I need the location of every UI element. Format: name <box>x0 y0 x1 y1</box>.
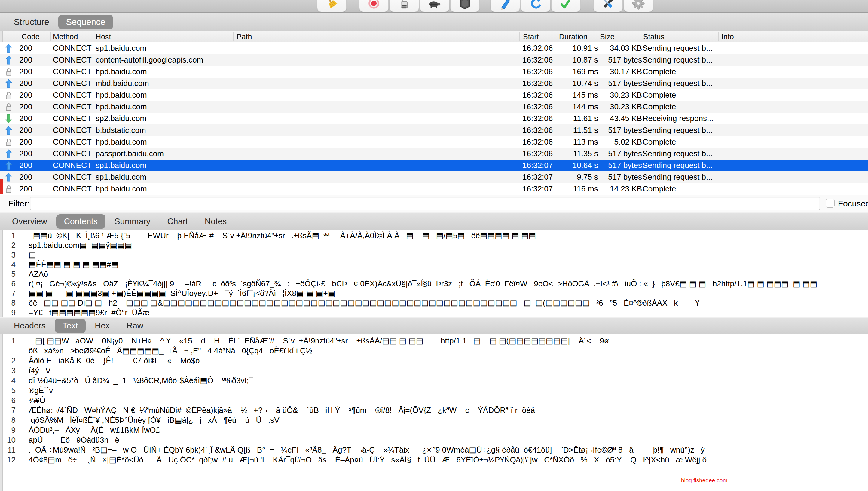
cell-size: 30.17 KB <box>583 66 642 78</box>
tab-summary[interactable]: Summary <box>107 214 158 229</box>
broom-icon <box>325 0 339 10</box>
code-line: 2Âðlò E ìàKå K 0é }Ê! €7 ðï¢l « Mö$ó <box>0 356 868 366</box>
focused-checkbox[interactable] <box>826 199 835 208</box>
table-row[interactable]: 200CONNECThpd.baidu.com16:32:06145 ms30.… <box>0 89 868 101</box>
cell-host: content-autofill.googleapis.com <box>95 54 203 66</box>
column-header-code[interactable]: Code <box>22 32 40 41</box>
gear-icon <box>632 0 645 10</box>
line-text: ▤▤ü ©K[ K Ì¸ß6 ¹ Æ5 {`5 EWUr þ EÑåÆ¨# S´… <box>29 231 536 240</box>
secure-lock-icon <box>5 138 13 147</box>
column-header-host[interactable]: Host <box>95 32 111 41</box>
cell-status: Complete <box>643 66 676 78</box>
compose-button[interactable] <box>491 0 520 12</box>
tab-sequence[interactable]: Sequence <box>58 15 113 29</box>
window-left-edge <box>0 31 3 42</box>
code-line: 7ÆÉhø:¬/4`ÑÐ W¤hÝAÇ N € ¼ªmúNûÐi# ©ÈPêa)… <box>0 405 868 415</box>
cell-code: 200 <box>19 66 32 78</box>
validate-button[interactable] <box>551 0 581 12</box>
cell-start: 16:32:06 <box>522 113 553 124</box>
table-row[interactable]: 200CONNECTsp2.baidu.com16:32:0611.61 s43… <box>0 113 868 124</box>
code-line: 3í4ý V <box>0 366 868 376</box>
table-row[interactable]: 200CONNECThpd.baidu.com16:32:06144 ms30.… <box>0 101 868 113</box>
line-text: qðSÂ%M ÍëÎ¤ßË¨¥ ;NÈ5Þ°Ûnèy [Ò¥ íB▤á|¿ j … <box>29 415 280 425</box>
turtle-icon <box>428 0 441 10</box>
secure-lock-icon <box>5 91 13 100</box>
tab-overview[interactable]: Overview <box>4 214 55 229</box>
throttle-button[interactable] <box>420 0 449 12</box>
clear-session-button[interactable] <box>317 0 347 12</box>
table-row[interactable]: 200CONNECTmbd.baidu.com16:32:0610.74 s51… <box>0 78 868 89</box>
sending-arrow-icon <box>5 56 13 65</box>
table-row[interactable]: 200CONNECThpd.baidu.com16:32:07116 ms14.… <box>0 183 868 195</box>
receiving-arrow-icon <box>5 114 13 123</box>
filter-input[interactable] <box>30 197 820 210</box>
tab-raw[interactable]: Raw <box>119 319 151 333</box>
sending-arrow-icon <box>5 149 13 158</box>
table-row[interactable]: 200CONNECTsp1.baidu.com16:32:0610.91 s34… <box>0 42 868 54</box>
tab-hex[interactable]: Hex <box>87 319 117 333</box>
column-separator <box>233 32 234 41</box>
line-text: ▤ <box>29 250 36 259</box>
cell-host: passport.baidu.com <box>95 148 164 160</box>
tab-structure[interactable]: Structure <box>6 15 57 29</box>
cell-method: CONNECT <box>53 89 92 101</box>
window-left-edge <box>0 230 3 317</box>
settings-button[interactable] <box>624 0 653 12</box>
tab-notes[interactable]: Notes <box>197 214 234 229</box>
code-line: 5AZAô <box>0 269 868 279</box>
line-text: ÆÉhø:¬/4`ÑÐ W¤hÝAÇ N € ¼ªmúNûÐi# ©ÈPêa)k… <box>29 406 535 415</box>
tab-contents[interactable]: Contents <box>56 214 106 229</box>
column-header-path[interactable]: Path <box>236 32 252 41</box>
record-button[interactable] <box>359 0 388 12</box>
column-header-method[interactable]: Method <box>53 32 78 41</box>
column-separator <box>718 32 719 41</box>
column-header-start[interactable]: Start <box>523 32 539 41</box>
cell-code: 200 <box>19 136 32 148</box>
column-separator <box>93 32 93 41</box>
column-header-duration[interactable]: Duration <box>559 32 587 41</box>
tab-headers[interactable]: Headers <box>6 319 54 333</box>
window-left-edge <box>0 334 3 491</box>
table-row[interactable]: 200CONNECTsp1.baidu.com16:32:0710.64 s51… <box>0 160 868 171</box>
table-row[interactable]: 200CONNECThpd.baidu.com16:32:06169 ms30.… <box>0 66 868 78</box>
cell-method: CONNECT <box>53 101 92 113</box>
filter-bar: Filter: Focused <box>0 195 868 212</box>
code-line: 8êê ▤▤ ▤▤ Di▤ ▤ h2 ▤▤▤ ▤&▤▤▤▤▤▤▤▤▤▤▤▤▤▤▤… <box>0 298 868 308</box>
table-row[interactable]: 200CONNECTsp1.baidu.com16:32:079.75 s517… <box>0 171 868 183</box>
sending-arrow-icon <box>5 126 13 135</box>
line-text: =Y€ f▤▤▤▤▤▤9£r #Ô°r ÜÃæ <box>29 308 150 317</box>
table-row[interactable]: 200CONNECThpd.baidu.com16:32:06113 ms5.0… <box>0 136 868 148</box>
column-header-size[interactable]: Size <box>600 32 615 41</box>
repeat-button[interactable] <box>521 0 550 12</box>
paint-button[interactable] <box>389 0 419 12</box>
tab-text[interactable]: Text <box>55 319 86 333</box>
tools-button[interactable] <box>593 0 623 12</box>
line-text: ®gÈ¨´v <box>29 386 53 395</box>
cell-host: hpd.baidu.com <box>95 183 147 195</box>
toolbar <box>0 0 868 12</box>
secure-lock-icon <box>5 184 13 194</box>
sequence-table: 200CONNECTsp1.baidu.com16:32:0610.91 s34… <box>0 42 868 195</box>
cell-code: 200 <box>19 171 32 183</box>
cell-method: CONNECT <box>53 148 92 160</box>
tab-chart[interactable]: Chart <box>160 214 196 229</box>
table-row[interactable]: 200CONNECTb.bdstatic.com16:32:0611.51 s5… <box>0 124 868 136</box>
breakpoints-button[interactable] <box>450 0 480 12</box>
code-line: 1 ▤▤ü ©K[ K Ì¸ß6 ¹ Æ5 {`5 EWUr þ EÑåÆ¨# … <box>0 231 868 240</box>
column-header-status[interactable]: Status <box>643 32 665 41</box>
cell-host: hpd.baidu.com <box>95 101 147 113</box>
line-text: AZAô <box>29 269 48 279</box>
column-header-info[interactable]: Info <box>721 32 734 41</box>
cell-size: 517 bytes <box>583 171 642 183</box>
record-icon <box>367 0 381 10</box>
cell-status: Complete <box>643 183 676 195</box>
table-row[interactable]: 200CONNECTpassport.baidu.com16:32:0611.3… <box>0 148 868 160</box>
table-row[interactable]: 200CONNECTcontent-autofill.googleapis.co… <box>0 54 868 66</box>
table-header[interactable]: CodeMethodHostPathStartDurationSizeStatu… <box>0 31 868 42</box>
cell-status: Complete <box>643 136 676 148</box>
cell-size: 517 bytes <box>583 78 642 89</box>
line-text: ▤[ ▤▤W aÕW 0N¡y0 N+H¤ ^ ¥ «15 d H Èl ` E… <box>29 336 609 345</box>
cell-method: CONNECT <box>53 160 92 171</box>
cell-start: 16:32:06 <box>522 148 553 160</box>
toolbar-buttons <box>316 0 653 12</box>
